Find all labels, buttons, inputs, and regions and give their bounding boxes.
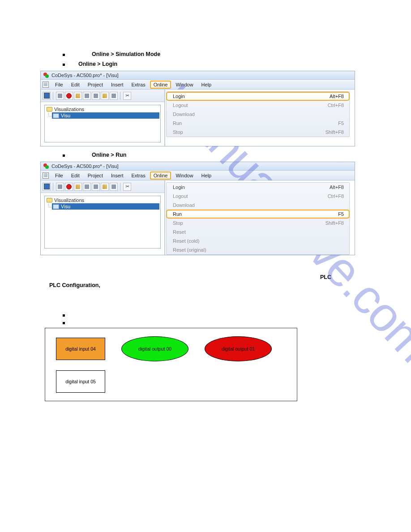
work-area: LoginAlt+F8 LogoutCtrl+F8 Download RunF5…: [164, 90, 355, 146]
menu-item-download[interactable]: Download: [167, 201, 349, 210]
stop-button[interactable]: [65, 183, 73, 191]
bullet-empty-1: [63, 313, 362, 317]
menu-extras[interactable]: Extras: [128, 172, 149, 180]
bold-text: PLC Configuration,: [0, 282, 100, 288]
shape-label: digital input 04: [65, 346, 96, 352]
menu-item-logout[interactable]: LogoutCtrl+F8: [167, 101, 349, 110]
visualization-result: digital input 04 digital output 00 digit…: [45, 328, 297, 401]
tree-root[interactable]: Visualizations: [46, 106, 159, 112]
bullet-icon: [63, 154, 65, 157]
menu-project[interactable]: Project: [84, 172, 107, 180]
toolbar-button[interactable]: [56, 183, 64, 191]
save-button[interactable]: [43, 183, 51, 191]
tree-item-visu[interactable]: Visu: [52, 203, 159, 210]
toolbar: ✂: [41, 90, 164, 102]
menu-window[interactable]: Window: [172, 81, 197, 89]
menu-file[interactable]: File: [51, 172, 67, 180]
shape-digital-output-00[interactable]: digital output 00: [121, 336, 188, 361]
menu-window[interactable]: Window: [172, 172, 197, 180]
folder-icon: [47, 198, 52, 202]
codesys-window-run: CoDeSys - AC500.pro* - [Visu] File Edit …: [40, 162, 355, 255]
cut-button[interactable]: ✂: [123, 92, 131, 100]
folder-icon: [47, 107, 52, 112]
toolbar-button[interactable]: [101, 183, 109, 191]
menu-insert[interactable]: Insert: [107, 172, 127, 180]
stop-button[interactable]: [65, 92, 73, 100]
titlebar: CoDeSys - AC500.pro* - [Visu]: [41, 162, 355, 171]
tree-root-label: Visualizations: [54, 197, 84, 203]
menu-edit[interactable]: Edit: [68, 81, 83, 89]
tree-root-label: Visualizations: [54, 107, 84, 112]
menu-item-reset[interactable]: Reset: [167, 227, 349, 236]
shape-label: digital output 01: [222, 346, 255, 352]
toolbar-button[interactable]: [110, 92, 118, 100]
bullet-run: Online > Run: [63, 152, 362, 158]
bullet-sim-mode: Online > Simulation Mode: [63, 51, 362, 57]
shape-digital-output-01[interactable]: digital output 01: [205, 336, 272, 361]
paragraph: PLC PLC Configuration,: [49, 273, 345, 289]
bullet-empty-2: [63, 320, 362, 324]
codesys-window-login: CoDeSys - AC500.pro* - [Visu] File Edit …: [40, 71, 355, 146]
bullet-icon: [63, 54, 65, 56]
menu-item-download[interactable]: Download: [167, 110, 349, 119]
menu-item-stop[interactable]: StopShift+F8: [167, 219, 349, 227]
menu-item-reset-original[interactable]: Reset (original): [167, 245, 349, 254]
toolbar-button[interactable]: [110, 183, 118, 191]
system-menu-icon[interactable]: [43, 172, 49, 179]
file-icon: [53, 113, 59, 118]
menu-online[interactable]: Online: [150, 81, 171, 89]
bullet-icon: [63, 322, 65, 324]
toolbar-button[interactable]: [92, 183, 100, 191]
menu-project[interactable]: Project: [84, 81, 107, 89]
toolbar: ✂: [41, 180, 164, 193]
toolbar-button[interactable]: [74, 183, 82, 191]
menu-item-reset-cold[interactable]: Reset (cold): [167, 236, 349, 245]
tree-root[interactable]: Visualizations: [46, 197, 159, 203]
menubar: File Edit Project Insert Extras Online W…: [41, 171, 355, 180]
menu-item-run[interactable]: RunF5: [167, 119, 349, 128]
toolbar-button[interactable]: [92, 92, 100, 100]
window-title: CoDeSys - AC500.pro* - [Visu]: [51, 163, 119, 169]
window-title: CoDeSys - AC500.pro* - [Visu]: [51, 73, 119, 78]
menu-help[interactable]: Help: [198, 81, 215, 89]
cut-button[interactable]: ✂: [123, 183, 131, 191]
menu-help[interactable]: Help: [198, 172, 215, 180]
titlebar: CoDeSys - AC500.pro* - [Visu]: [41, 71, 355, 80]
bullet-text: Online > Run: [92, 152, 126, 158]
left-pane: ✂ Visualizations Visu: [41, 90, 164, 146]
bullet-text: Online > Login: [78, 61, 117, 67]
menu-item-login[interactable]: LoginAlt+F8: [166, 92, 350, 101]
shape-digital-input-04[interactable]: digital input 04: [56, 338, 105, 360]
shape-digital-input-05[interactable]: digital input 05: [56, 370, 105, 393]
toolbar-button[interactable]: [56, 92, 64, 100]
system-menu-icon[interactable]: [43, 82, 49, 88]
shape-label: digital output 00: [138, 346, 171, 352]
menu-item-stop[interactable]: StopShift+F8: [167, 128, 349, 137]
menu-online[interactable]: Online: [150, 172, 171, 180]
tree-item-label: Visu: [61, 204, 70, 209]
shape-label: digital input 05: [65, 379, 96, 384]
menu-item-logout[interactable]: LogoutCtrl+F8: [167, 192, 349, 201]
toolbar-button[interactable]: [83, 183, 91, 191]
bullet-icon: [63, 314, 65, 317]
tree-item-visu[interactable]: Visu: [52, 112, 159, 119]
menu-extras[interactable]: Extras: [128, 81, 149, 89]
menu-file[interactable]: File: [51, 81, 67, 89]
app-icon: [43, 163, 49, 169]
left-pane: ✂ Visualizations Visu: [41, 180, 164, 255]
toolbar-button[interactable]: [101, 92, 109, 100]
toolbar-button[interactable]: [83, 92, 91, 100]
menu-item-run[interactable]: RunF5: [166, 210, 350, 219]
file-icon: [53, 204, 59, 209]
menu-insert[interactable]: Insert: [107, 81, 127, 89]
toolbar-button[interactable]: [74, 92, 82, 100]
online-menu-dropdown: LoginAlt+F8 LogoutCtrl+F8 Download RunF5…: [166, 91, 350, 137]
tree-item-label: Visu: [61, 113, 70, 118]
menu-item-login[interactable]: LoginAlt+F8: [167, 183, 349, 192]
bullet-icon: [63, 64, 65, 66]
tree-panel: Visualizations Visu: [44, 196, 161, 249]
tree-panel: Visualizations Visu: [44, 105, 161, 142]
menu-edit[interactable]: Edit: [68, 172, 83, 180]
menubar: File Edit Project Insert Extras Online W…: [41, 80, 355, 90]
save-button[interactable]: [43, 92, 51, 100]
